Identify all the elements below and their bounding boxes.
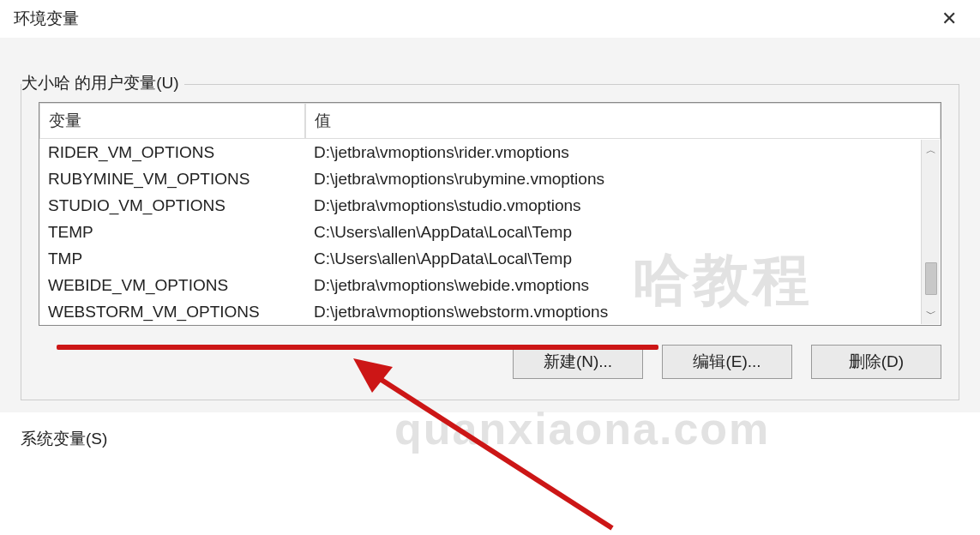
- dialog-content: 犬小哈 的用户变量(U) 变量 值 RIDER_VM_OPTIONS D:\je…: [0, 38, 980, 412]
- user-vars-list[interactable]: 变量 值 RIDER_VM_OPTIONS D:\jetbra\vmoption…: [39, 102, 941, 326]
- table-row[interactable]: WEBSTORM_VM_OPTIONS D:\jetbra\vmoptions\…: [39, 298, 920, 325]
- table-row[interactable]: STUDIO_VM_OPTIONS D:\jetbra\vmoptions\st…: [39, 192, 920, 219]
- cell-value: D:\jetbra\vmoptions\studio.vmoptions: [305, 192, 920, 219]
- cell-name: TMP: [39, 245, 305, 272]
- scroll-up-icon[interactable]: ︿: [922, 140, 940, 160]
- table-row[interactable]: WEBIDE_VM_OPTIONS D:\jetbra\vmoptions\we…: [39, 272, 920, 298]
- col-header-name[interactable]: 变量: [39, 103, 305, 139]
- user-vars-group: 犬小哈 的用户变量(U) 变量 值 RIDER_VM_OPTIONS D:\je…: [21, 84, 959, 400]
- system-vars-label: 系统变量(S): [21, 428, 980, 450]
- scrollbar[interactable]: ︿ ﹀: [921, 140, 940, 324]
- table-row[interactable]: RUBYMINE_VM_OPTIONS D:\jetbra\vmoptions\…: [39, 165, 920, 192]
- scroll-down-icon[interactable]: ﹀: [922, 304, 940, 324]
- button-row: 新建(N)... 编辑(E)... 删除(D): [39, 345, 941, 379]
- cell-name: RIDER_VM_OPTIONS: [39, 139, 305, 165]
- cell-value: D:\jetbra\vmoptions\webstorm.vmoptions: [305, 298, 920, 325]
- cell-name: STUDIO_VM_OPTIONS: [39, 192, 305, 219]
- delete-button[interactable]: 删除(D): [811, 345, 941, 379]
- cell-value: D:\jetbra\vmoptions\rider.vmoptions: [305, 139, 920, 165]
- close-icon[interactable]: ✕: [932, 3, 966, 34]
- new-button[interactable]: 新建(N)...: [513, 345, 643, 379]
- table-header: 变量 值: [39, 103, 941, 139]
- window-title: 环境变量: [14, 8, 79, 30]
- edit-button[interactable]: 编辑(E)...: [662, 345, 792, 379]
- cell-value: C:\Users\allen\AppData\Local\Temp: [305, 219, 920, 245]
- title-bar: 环境变量 ✕: [0, 0, 980, 38]
- cell-name: WEBIDE_VM_OPTIONS: [39, 272, 305, 298]
- cell-name: RUBYMINE_VM_OPTIONS: [39, 165, 305, 192]
- table-row[interactable]: TMP C:\Users\allen\AppData\Local\Temp: [39, 245, 920, 272]
- cell-value: D:\jetbra\vmoptions\webide.vmoptions: [305, 272, 920, 298]
- user-vars-label: 犬小哈 的用户变量(U): [21, 72, 184, 94]
- cell-value: D:\jetbra\vmoptions\rubymine.vmoptions: [305, 165, 920, 192]
- col-header-value[interactable]: 值: [305, 103, 941, 139]
- table-row[interactable]: RIDER_VM_OPTIONS D:\jetbra\vmoptions\rid…: [39, 139, 920, 165]
- cell-name: TEMP: [39, 219, 305, 245]
- cell-value: C:\Users\allen\AppData\Local\Temp: [305, 245, 920, 272]
- cell-name: WEBSTORM_VM_OPTIONS: [39, 298, 305, 325]
- table-row[interactable]: TEMP C:\Users\allen\AppData\Local\Temp: [39, 219, 920, 245]
- scroll-thumb[interactable]: [925, 262, 937, 295]
- table-body: RIDER_VM_OPTIONS D:\jetbra\vmoptions\rid…: [39, 139, 941, 325]
